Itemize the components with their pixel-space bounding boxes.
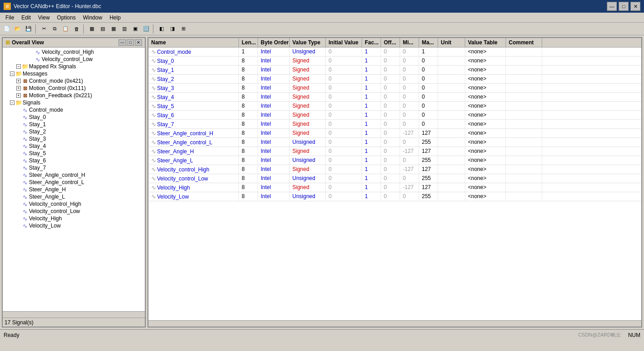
table-cell-initval: 0	[326, 147, 362, 156]
tree-item[interactable]: +⊠Motion_Feedback (0x221)	[4, 92, 144, 99]
table-header-mi[interactable]: Mi...	[400, 38, 419, 47]
tree-item[interactable]: ∿Steer_Angle_L	[4, 193, 144, 200]
table-row[interactable]: ∿Stay_68IntelSigned01000<none>	[148, 111, 641, 120]
menu-edit[interactable]: Edit	[18, 14, 34, 22]
tree-item[interactable]: ∿Stay_0	[4, 114, 144, 121]
table-header-valtable[interactable]: Value Table	[465, 38, 506, 47]
table-row[interactable]: ∿Stay_18IntelSigned01000<none>	[148, 66, 641, 75]
tree-item-label: Velocity_control_High	[29, 201, 81, 207]
tb-save[interactable]: 💾	[24, 24, 33, 34]
tb-btn2[interactable]: ▤	[98, 24, 108, 34]
table-row[interactable]: ∿Stay_48IntelSigned01000<none>	[148, 93, 641, 102]
table-hscrollbar[interactable]	[148, 320, 641, 327]
table-row[interactable]: ∿Stay_78IntelSigned01000<none>	[148, 120, 641, 129]
table-row[interactable]: ∿Velocity_control_Low8IntelUnsigned01002…	[148, 174, 641, 183]
tb-open[interactable]: 📂	[13, 24, 23, 34]
table-row[interactable]: ∿Stay_08IntelSigned01000<none>	[148, 57, 641, 66]
watermark-text: CSDN@ZARD帆云	[578, 332, 620, 338]
table-row[interactable]: ∿Stay_28IntelSigned01000<none>	[148, 75, 641, 84]
tree-item[interactable]: ∿Stay_4	[4, 142, 144, 150]
tree-item[interactable]: ∿Control_mode	[4, 106, 144, 114]
tree-item[interactable]: −📁Mapped Rx Signals	[4, 63, 144, 70]
tree-hscrollbar[interactable]	[3, 311, 145, 318]
tree-item[interactable]: ∿Stay_1	[4, 121, 144, 128]
minimize-button[interactable]: —	[607, 2, 617, 11]
tree-expand-icon[interactable]: −	[10, 71, 14, 76]
tree-item[interactable]: ∿Stay_2	[4, 128, 144, 135]
tree-item[interactable]: ∿Stay_3	[4, 135, 144, 142]
tb-btn7[interactable]: ◧	[157, 24, 167, 34]
table-header-initval[interactable]: Initial Value	[326, 38, 362, 47]
table-row[interactable]: ∿Steer_Angle_L8IntelUnsigned0100255<none…	[148, 156, 641, 165]
tb-btn5[interactable]: ▣	[130, 24, 140, 34]
table-header-off[interactable]: Off...	[381, 38, 400, 47]
maximize-button[interactable]: □	[619, 2, 629, 11]
table-row[interactable]: ∿Stay_58IntelSigned01000<none>	[148, 102, 641, 111]
tree-expand-icon[interactable]: +	[16, 79, 21, 83]
table-row[interactable]: ∿Control_mode1IntelUnsigned01001<none>	[148, 47, 641, 57]
table-header-comment[interactable]: Comment	[506, 38, 542, 47]
table-row[interactable]: ∿Velocity_Low8IntelUnsigned0100255<none>	[148, 192, 641, 201]
tree-expand-icon[interactable]: +	[16, 93, 21, 98]
tree-item[interactable]: ∿Velocity_control_Low	[4, 56, 144, 63]
tb-new[interactable]: 📄	[2, 24, 12, 34]
tb-btn3[interactable]: ▦	[109, 24, 119, 34]
tree-item[interactable]: ∿Steer_Angle_control_H	[4, 171, 144, 179]
menu-options[interactable]: Options	[53, 14, 79, 22]
tb-copy[interactable]: ⧉	[50, 24, 60, 34]
table-row[interactable]: ∿Stay_38IntelSigned01000<none>	[148, 84, 641, 93]
tree-item[interactable]: ∿Velocity_Low	[4, 222, 144, 229]
tb-cut[interactable]: ✂	[39, 24, 49, 34]
tb-btn8[interactable]: ◨	[167, 24, 177, 34]
table-header-valuetype[interactable]: Value Type	[290, 38, 326, 47]
tree-item[interactable]: ∿Steer_Angle_control_L	[4, 179, 144, 186]
tb-delete[interactable]: 🗑	[72, 24, 81, 34]
signal-icon: ∿	[22, 201, 28, 207]
tree-item[interactable]: ∿Stay_7	[4, 164, 144, 171]
tb-btn6[interactable]: 🔢	[141, 24, 151, 34]
tree-expand-icon[interactable]: −	[16, 64, 21, 69]
tb-btn1[interactable]: ▦	[87, 24, 97, 34]
menu-help[interactable]: Help	[106, 14, 124, 22]
table-cell-initval: 0	[326, 165, 362, 174]
table-header-fac[interactable]: Fac...	[362, 38, 381, 47]
panel-maximize-btn[interactable]: □	[127, 39, 134, 46]
tree-item[interactable]: −📁Messages	[4, 70, 144, 77]
menu-window[interactable]: Window	[79, 14, 106, 22]
tb-paste[interactable]: 📋	[61, 24, 71, 34]
tree-expand-icon[interactable]: +	[16, 86, 21, 90]
panel-close-btn[interactable]: ✕	[135, 39, 142, 46]
table-cell-byteorder: Intel	[258, 147, 290, 156]
menu-file[interactable]: File	[2, 14, 18, 22]
tree-item[interactable]: ∿Velocity_control_Low	[4, 208, 144, 215]
tb-btn4[interactable]: ▥	[119, 24, 129, 34]
table-header-name[interactable]: Name	[148, 38, 239, 47]
tree-item[interactable]: −📁Signals	[4, 99, 144, 106]
table-header-len[interactable]: Len...	[239, 38, 258, 47]
tree-item[interactable]: +⊠Control_mode (0x421)	[4, 77, 144, 85]
tree-item[interactable]: ∿Velocity_control_High	[4, 48, 144, 56]
tree-item[interactable]: ∿Velocity_High	[4, 215, 144, 222]
tree-item[interactable]: ∿Stay_5	[4, 150, 144, 157]
tree-item[interactable]: ∿Velocity_control_High	[4, 200, 144, 208]
tree-item[interactable]: ∿Stay_6	[4, 157, 144, 164]
table-body[interactable]: ∿Control_mode1IntelUnsigned01001<none>∿S…	[148, 47, 641, 320]
table-header-byteorder[interactable]: Byte Order	[258, 38, 290, 47]
tree-expand-icon[interactable]: −	[10, 100, 14, 105]
menu-view[interactable]: View	[34, 14, 53, 22]
table-row[interactable]: ∿Steer_Angle_H8IntelSigned010-127127<non…	[148, 147, 641, 156]
table-row[interactable]: ∿Velocity_High8IntelSigned010-127127<non…	[148, 183, 641, 192]
tree-item[interactable]: +⊠Motion_Control (0x111)	[4, 85, 144, 92]
table-header-ma[interactable]: Ma...	[419, 38, 438, 47]
tree-panel[interactable]: ∿Velocity_control_High∿Velocity_control_…	[3, 47, 145, 311]
table-row[interactable]: ∿Velocity_control_High8IntelSigned010-12…	[148, 165, 641, 174]
table-cell-byteorder: Intel	[258, 156, 290, 165]
close-button[interactable]: ✕	[630, 2, 640, 11]
tree-item[interactable]: ∿Steer_Angle_H	[4, 186, 144, 193]
tb-btn9[interactable]: ⊞	[178, 24, 188, 34]
table-row[interactable]: ∿Steer_Angle_control_L8IntelUnsigned0100…	[148, 138, 641, 147]
table-row[interactable]: ∿Steer_Angle_control_H8IntelSigned010-12…	[148, 129, 641, 138]
table-cell-initval: 0	[326, 47, 362, 56]
table-header-unit[interactable]: Unit	[438, 38, 465, 47]
panel-minimize-btn[interactable]: —	[119, 39, 126, 46]
